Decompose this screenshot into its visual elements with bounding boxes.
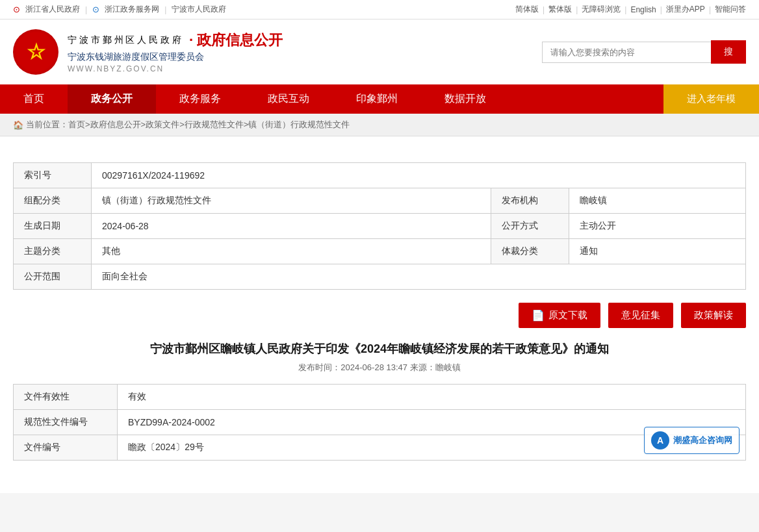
breadcrumb-text: 当前位置：首页>政府信息公开>政策文件>行政规范性文件>镇（街道）行政规范性文件: [26, 119, 350, 131]
zhengwu-icon: ⊙: [92, 5, 99, 14]
label-gonkaifangshi: 公开方式: [491, 214, 569, 239]
separator1: |: [85, 5, 87, 14]
top-bar-right: 简体版 | 繁体版 | 无障碍浏览 | English | 浙里办APP | 智…: [515, 4, 746, 15]
government-emblem: ☆: [13, 29, 58, 75]
website-url: WWW.NBYZ.GOV.CN: [68, 64, 283, 73]
value-suoyinhao: 00297161X/2024-119692: [92, 163, 746, 188]
label-ticaifenlei: 体裁分类: [491, 239, 569, 264]
sep-r2: |: [576, 5, 578, 14]
link-zhejiang-gov[interactable]: 浙江省人民政府: [25, 4, 80, 15]
doc-meta: 发布时间：2024-06-28 13:47 来源：瞻岐镇: [13, 362, 746, 374]
nav-item-zhengwu-fuwu[interactable]: 政务服务: [156, 84, 244, 114]
sep-r4: |: [660, 5, 662, 14]
doc-main-title: 宁波市鄞州区瞻岐镇人民政府关于印发《2024年瞻岐镇经济发展的若干政策意见》的通…: [13, 341, 746, 357]
sub-title: 宁波东钱湖旅游度假区管理委员会: [68, 51, 283, 63]
search-bar: 搜: [542, 40, 746, 64]
watermark-icon: A: [651, 431, 669, 450]
label-suoyinhao: 索引号: [14, 163, 92, 188]
label-guifanxing-bianhao: 规范性文件编号: [14, 410, 118, 435]
label-wenjian-youxiaoxing: 文件有效性: [14, 385, 118, 410]
gov-info-tag: · 政府信息公开: [189, 31, 283, 50]
link-jiantiwen[interactable]: 简体版: [515, 4, 539, 15]
link-zheli-app[interactable]: 浙里办APP: [666, 4, 705, 15]
interpret-button[interactable]: 政策解读: [681, 303, 746, 328]
value-ticaifenlei: 通知: [569, 239, 745, 264]
table-row-index: 索引号 00297161X/2024-119692: [14, 163, 746, 188]
label-zupeifenlei: 组配分类: [14, 188, 92, 214]
nav-item-home[interactable]: 首页: [0, 84, 68, 114]
value-zhutifenlei: 其他: [92, 239, 491, 264]
value-shengchengriqi: 2024-06-28: [92, 214, 491, 239]
header: ☆ 宁 波 市 鄞 州 区 人 民 政 府 · 政府信息公开 宁波东钱湖旅游度假…: [0, 19, 759, 84]
doc-row-validity: 文件有效性 有效: [14, 385, 746, 410]
sep-r5: |: [709, 5, 711, 14]
value-gonkaifangshi: 主动公开: [569, 214, 745, 239]
breadcrumb: 🏠 当前位置：首页>政府信息公开>政策文件>行政规范性文件>镇（街道）行政规范性…: [0, 114, 759, 136]
link-accessible[interactable]: 无障碍浏览: [582, 4, 621, 15]
page-content: 索引号 00297161X/2024-119692 组配分类 镇（街道）行政规范…: [13, 136, 746, 474]
sep-r1: |: [543, 5, 545, 14]
value-fabujigou: 瞻岐镇: [569, 188, 745, 214]
label-fabujigou: 发布机构: [491, 188, 569, 214]
label-shengchengriqi: 生成日期: [14, 214, 92, 239]
top-bar: ⊙ 浙江省人民政府 | ⊙ 浙江政务服务网 | 宁波市人民政府 简体版 | 繁体…: [0, 0, 759, 19]
logo-title-group: ☆ 宁 波 市 鄞 州 区 人 民 政 府 · 政府信息公开 宁波东钱湖旅游度假…: [13, 29, 283, 75]
watermark-text: 潮盛高企咨询网: [673, 435, 732, 446]
search-button[interactable]: 搜: [711, 40, 746, 64]
nav-item-impression[interactable]: 印象鄞州: [333, 84, 421, 114]
label-zhutifenlei: 主题分类: [14, 239, 92, 264]
table-row-category: 组配分类 镇（街道）行政规范性文件 发布机构 瞻岐镇: [14, 188, 746, 214]
link-english[interactable]: English: [630, 5, 656, 14]
zhejiang-gov-icon: ⊙: [13, 5, 20, 14]
label-gonkaifanwei: 公开范围: [14, 264, 92, 290]
action-buttons: 📄 原文下载 意见征集 政策解读: [13, 303, 746, 328]
nav-item-data-open[interactable]: 数据开放: [421, 84, 509, 114]
link-fantiwen[interactable]: 繁体版: [548, 4, 572, 15]
table-row-scope: 公开范围 面向全社会: [14, 264, 746, 290]
watermark-badge: A 潮盛高企咨询网: [644, 427, 740, 454]
table-row-subject: 主题分类 其他 体裁分类 通知: [14, 239, 746, 264]
doc-row-normative-no: 规范性文件编号 BYZD99A-2024-0002: [14, 410, 746, 435]
title-row1: 宁 波 市 鄞 州 区 人 民 政 府 · 政府信息公开: [68, 31, 283, 50]
value-zupeifenlei: 镇（街道）行政规范性文件: [92, 188, 491, 214]
nav-item-zhengwu-gongkai[interactable]: 政务公开: [68, 84, 156, 114]
download-button[interactable]: 📄 原文下载: [519, 303, 600, 328]
link-ningbo-gov[interactable]: 宁波市人民政府: [172, 4, 226, 15]
search-input[interactable]: [542, 42, 711, 63]
value-wenjian-youxiaoxing: 有效: [118, 385, 746, 410]
doc-title-section: 宁波市鄞州区瞻岐镇人民政府关于印发《2024年瞻岐镇经济发展的若干政策意见》的通…: [13, 341, 746, 374]
doc-row-file-no: 文件编号 瞻政〔2024〕29号: [14, 435, 746, 461]
main-nav: 首页 政务公开 政务服务 政民互动 印象鄞州 数据开放 进入老年模: [0, 84, 759, 114]
pdf-icon: 📄: [532, 309, 545, 322]
doc-info-wrapper: 文件有效性 有效 规范性文件编号 BYZD99A-2024-0002 文件编号 …: [13, 384, 746, 461]
separator2: |: [164, 5, 166, 14]
title-main-part: 宁 波 市 鄞 州 区 人 民 政 府 · 政府信息公开 宁波东钱湖旅游度假区管…: [68, 31, 283, 73]
metadata-table: 索引号 00297161X/2024-119692 组配分类 镇（街道）行政规范…: [13, 162, 746, 290]
feedback-button[interactable]: 意见征集: [608, 303, 673, 328]
label-wenjian-bianhao: 文件编号: [14, 435, 118, 461]
link-ai-qa[interactable]: 智能问答: [715, 4, 746, 15]
nav-item-senior[interactable]: 进入老年模: [663, 84, 759, 114]
nav-item-zhengmin-hudong[interactable]: 政民互动: [244, 84, 333, 114]
home-icon: 🏠: [13, 120, 23, 130]
value-gonkaifanwei: 面向全社会: [92, 264, 746, 290]
sep-r3: |: [624, 5, 626, 14]
link-zhengwu[interactable]: 浙江政务服务网: [105, 4, 159, 15]
main-title: 宁 波 市 鄞 州 区 人 民 政 府: [68, 34, 181, 46]
doc-info-table: 文件有效性 有效 规范性文件编号 BYZD99A-2024-0002 文件编号 …: [13, 384, 746, 461]
table-row-date: 生成日期 2024-06-28 公开方式 主动公开: [14, 214, 746, 239]
top-bar-left: ⊙ 浙江省人民政府 | ⊙ 浙江政务服务网 | 宁波市人民政府: [13, 4, 226, 15]
